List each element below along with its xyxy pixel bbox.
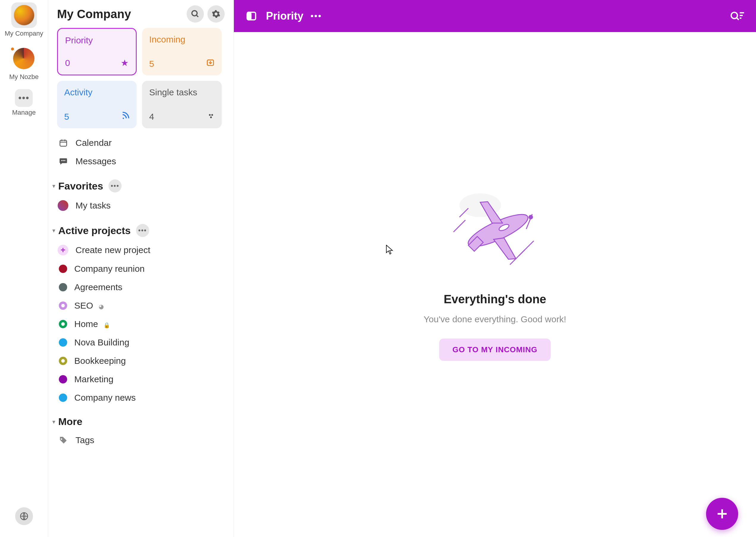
svg-point-13 bbox=[64, 160, 66, 161]
sidebar-item-tags[interactable]: Tags bbox=[48, 431, 231, 449]
go-to-incoming-button[interactable]: GO TO MY INCOMING bbox=[439, 339, 550, 361]
notification-dot-icon bbox=[11, 48, 14, 51]
svg-rect-15 bbox=[247, 12, 251, 20]
settings-button[interactable] bbox=[207, 5, 225, 22]
project-item[interactable]: Home 🔒 bbox=[48, 315, 231, 333]
section-title: Favorites bbox=[58, 180, 103, 192]
project-color-icon bbox=[59, 375, 67, 384]
svg-point-5 bbox=[211, 114, 213, 116]
project-item[interactable]: Agreements bbox=[48, 278, 231, 296]
svg-point-25 bbox=[529, 215, 533, 219]
star-icon: ★ bbox=[121, 58, 129, 68]
svg-line-17 bbox=[737, 18, 739, 20]
project-label: Marketing bbox=[74, 374, 222, 384]
chevron-down-icon: ▾ bbox=[52, 227, 55, 234]
svg-point-12 bbox=[63, 160, 64, 161]
rss-icon bbox=[121, 111, 130, 122]
card-incoming[interactable]: Incoming 5 bbox=[142, 28, 222, 75]
empty-state: Everything's done You've done everything… bbox=[234, 32, 756, 537]
manage-workspaces-button[interactable]: ••• Manage bbox=[12, 89, 36, 116]
project-color-icon bbox=[59, 302, 67, 310]
globe-icon bbox=[19, 512, 29, 521]
view-more-button[interactable]: ••• bbox=[311, 11, 322, 21]
panel-icon bbox=[246, 10, 257, 22]
search-filter-icon bbox=[730, 10, 744, 21]
svg-point-16 bbox=[731, 13, 737, 19]
project-label: Bookkeeping bbox=[74, 356, 222, 366]
view-title: Priority bbox=[266, 10, 303, 22]
more-dots-icon: ••• bbox=[111, 182, 119, 190]
sidebar-item-label: Messages bbox=[75, 156, 222, 166]
sidebar-item-messages[interactable]: Messages bbox=[48, 152, 231, 171]
favorite-my-tasks[interactable]: My tasks bbox=[48, 196, 231, 215]
sidebar-item-calendar[interactable]: Calendar bbox=[48, 134, 231, 152]
card-single-tasks[interactable]: Single tasks 4 bbox=[142, 81, 222, 128]
search-icon bbox=[191, 10, 200, 19]
svg-point-4 bbox=[209, 114, 211, 116]
svg-line-27 bbox=[454, 220, 466, 232]
workspace-label: My Company bbox=[5, 30, 43, 37]
empty-title: Everything's done bbox=[444, 293, 546, 306]
avatar bbox=[58, 200, 68, 211]
project-item[interactable]: Nova Building bbox=[48, 333, 231, 352]
card-priority[interactable]: Priority 0 ★ bbox=[57, 28, 137, 75]
sidebar-scroll[interactable]: Priority 0 ★ Incoming 5 Activity 5 bbox=[48, 28, 234, 537]
messages-icon bbox=[57, 157, 69, 166]
chevron-down-icon: ▾ bbox=[52, 183, 55, 189]
favorite-label: My tasks bbox=[75, 200, 222, 211]
sidebar-header: My Company bbox=[48, 0, 234, 28]
svg-point-11 bbox=[61, 160, 63, 161]
add-task-fab[interactable] bbox=[706, 498, 738, 530]
project-color-icon bbox=[59, 320, 67, 328]
workspace-my-company[interactable]: My Company bbox=[5, 2, 43, 37]
sidebar: My Company Priority 0 ★ Incoming 5 bbox=[48, 0, 234, 537]
project-color-icon bbox=[59, 393, 67, 402]
workspace-logo bbox=[13, 4, 35, 26]
project-item[interactable]: Marketing bbox=[48, 370, 231, 389]
project-item[interactable]: Bookkeeping bbox=[48, 352, 231, 370]
create-new-project[interactable]: + Create new project bbox=[48, 241, 231, 260]
more-dots-icon: ••• bbox=[19, 94, 30, 103]
collapse-sidebar-button[interactable] bbox=[246, 10, 257, 22]
card-count: 0 bbox=[65, 58, 70, 68]
airplane-illustration-icon bbox=[436, 179, 555, 275]
section-more[interactable]: ▾ More bbox=[48, 407, 231, 431]
card-count: 5 bbox=[64, 112, 69, 122]
project-color-icon bbox=[59, 338, 67, 347]
card-activity[interactable]: Activity 5 bbox=[57, 81, 137, 128]
chevron-down-icon: ▾ bbox=[52, 418, 55, 425]
project-label: Home 🔒 bbox=[74, 319, 222, 329]
inbox-icon bbox=[206, 59, 214, 69]
project-color-icon bbox=[59, 357, 67, 365]
lock-icon: 🔒 bbox=[104, 322, 110, 328]
svg-point-6 bbox=[210, 116, 212, 118]
more-dots-icon: ••• bbox=[138, 227, 147, 234]
project-label: Agreements bbox=[74, 282, 222, 292]
overview-cards: Priority 0 ★ Incoming 5 Activity 5 bbox=[48, 28, 231, 134]
section-more-button[interactable]: ••• bbox=[136, 224, 149, 237]
project-label: Company reunion bbox=[74, 264, 222, 274]
project-label: Nova Building bbox=[74, 337, 222, 348]
section-active-projects[interactable]: ▾ Active projects ••• bbox=[48, 215, 231, 241]
workspace-rail: My Company My Nozbe ••• Manage bbox=[0, 0, 48, 537]
sidebar-item-label: Calendar bbox=[75, 138, 222, 148]
project-color-icon bbox=[59, 283, 67, 291]
svg-rect-7 bbox=[60, 140, 67, 146]
project-color-icon bbox=[59, 265, 67, 273]
section-favorites[interactable]: ▾ Favorites ••• bbox=[48, 171, 231, 196]
tag-icon bbox=[57, 436, 69, 445]
section-more-button[interactable]: ••• bbox=[109, 180, 121, 192]
project-label: Company news bbox=[74, 392, 222, 403]
triple-dot-icon bbox=[207, 112, 214, 122]
project-item[interactable]: Company news bbox=[48, 389, 231, 407]
search-button[interactable] bbox=[187, 5, 204, 22]
filter-search-button[interactable] bbox=[730, 10, 744, 22]
card-title: Single tasks bbox=[149, 87, 214, 98]
project-item[interactable]: SEO ◕ bbox=[48, 296, 231, 315]
project-item[interactable]: Company reunion bbox=[48, 260, 231, 278]
topbar: Priority ••• bbox=[234, 0, 756, 32]
plus-icon: + bbox=[58, 245, 68, 255]
sidebar-title: My Company bbox=[57, 7, 183, 21]
globe-button[interactable] bbox=[15, 507, 33, 525]
workspace-my-nozbe[interactable]: My Nozbe bbox=[9, 46, 39, 81]
